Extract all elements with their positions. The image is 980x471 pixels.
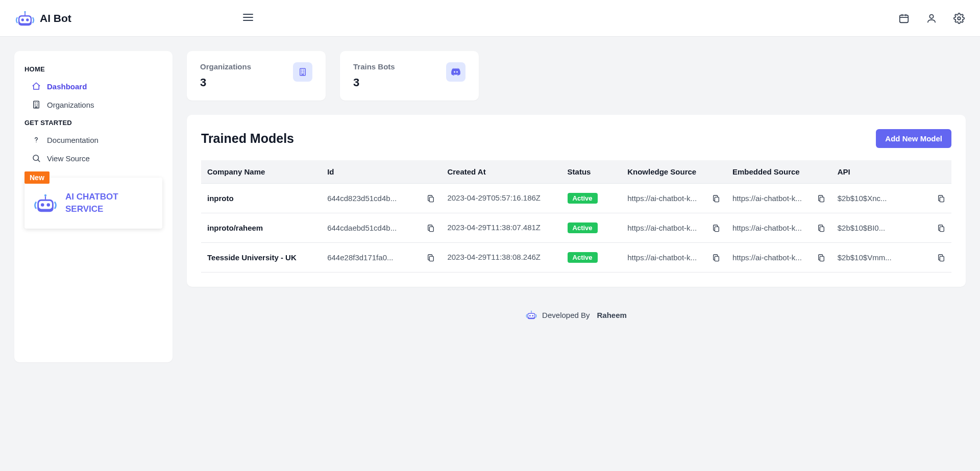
column-header: Created At bbox=[441, 160, 561, 184]
table-row: inproto 644cd823d51cd4b... 2023-04-29T05… bbox=[201, 184, 951, 213]
footer-text: Developed By bbox=[542, 311, 590, 319]
calendar-button[interactable] bbox=[898, 13, 910, 24]
svg-point-8 bbox=[929, 14, 933, 18]
column-header: API bbox=[831, 160, 951, 184]
building-icon bbox=[32, 100, 41, 109]
settings-button[interactable] bbox=[953, 13, 965, 24]
sidebar: HOMEDashboardOrganizationsGET STARTEDDoc… bbox=[14, 51, 173, 362]
sidebar-item-view-source[interactable]: View Source bbox=[14, 149, 173, 167]
status-badge: Active bbox=[568, 193, 598, 204]
cell-api: $2b$10$Vmm... bbox=[831, 243, 951, 272]
bot-icon bbox=[526, 309, 537, 320]
promo-card[interactable]: AI CHATBOT SERVICE bbox=[24, 178, 162, 229]
sidebar-item-label: Documentation bbox=[47, 136, 99, 144]
brand-logo[interactable]: AI Bot bbox=[15, 9, 71, 28]
copy-icon[interactable] bbox=[937, 194, 945, 203]
stat-value: 3 bbox=[353, 76, 395, 89]
column-header: Embedded Source bbox=[726, 160, 831, 184]
column-header: Knowledge Source bbox=[621, 160, 726, 184]
svg-rect-25 bbox=[820, 256, 824, 261]
copy-icon[interactable] bbox=[937, 224, 945, 232]
cell-id: 644e28f3d171fa0... bbox=[321, 243, 441, 272]
app-header: AI Bot bbox=[0, 0, 980, 37]
copy-icon[interactable] bbox=[712, 194, 720, 203]
status-badge: Active bbox=[568, 222, 598, 233]
cell-knowledge: https://ai-chatbot-k... bbox=[621, 184, 726, 213]
cell-status: Active bbox=[561, 243, 622, 272]
table-row: inproto/raheem 644cdaebd51cd4b... 2023-0… bbox=[201, 213, 951, 243]
copy-icon[interactable] bbox=[427, 194, 435, 203]
profile-button[interactable] bbox=[926, 13, 937, 24]
copy-icon[interactable] bbox=[817, 224, 825, 232]
user-icon bbox=[926, 13, 937, 24]
cell-created: 2023-04-29T11:38:08.246Z bbox=[441, 243, 561, 272]
cell-company: inproto bbox=[201, 184, 321, 213]
copy-icon[interactable] bbox=[427, 254, 435, 262]
table-row: Teesside University - UK 644e28f3d171fa0… bbox=[201, 243, 951, 272]
stat-label: Trains Bots bbox=[353, 62, 395, 71]
svg-rect-19 bbox=[430, 227, 434, 231]
models-table: Company NameIdCreated AtStatusKnowledge … bbox=[201, 160, 951, 272]
svg-rect-16 bbox=[715, 197, 719, 202]
cell-embedded: https://ai-chatbot-k... bbox=[726, 243, 831, 272]
new-badge: New bbox=[24, 171, 50, 184]
cell-created: 2023-04-29T11:38:07.481Z bbox=[441, 213, 561, 243]
calendar-icon bbox=[898, 13, 910, 24]
column-header: Company Name bbox=[201, 160, 321, 184]
cell-id: 644cd823d51cd4b... bbox=[321, 184, 441, 213]
cell-api: $2b$10$BI0... bbox=[831, 213, 951, 243]
bot-icon bbox=[15, 9, 35, 28]
svg-rect-20 bbox=[715, 227, 719, 231]
svg-rect-15 bbox=[430, 197, 434, 202]
svg-rect-17 bbox=[820, 197, 824, 202]
copy-icon[interactable] bbox=[937, 254, 945, 262]
building-icon bbox=[293, 62, 312, 82]
copy-icon[interactable] bbox=[712, 254, 720, 262]
trained-models-card: Trained Models Add New Model Company Nam… bbox=[187, 115, 966, 287]
copy-icon[interactable] bbox=[817, 254, 825, 262]
svg-rect-23 bbox=[430, 256, 434, 261]
hamburger-icon bbox=[242, 11, 254, 23]
brand-name: AI Bot bbox=[40, 12, 71, 24]
svg-rect-22 bbox=[940, 227, 944, 231]
bot-icon bbox=[34, 191, 57, 215]
cell-status: Active bbox=[561, 184, 622, 213]
add-new-model-button[interactable]: Add New Model bbox=[876, 129, 951, 148]
sidebar-section-title: GET STARTED bbox=[14, 114, 173, 131]
sidebar-section-title: HOME bbox=[14, 60, 173, 77]
cell-embedded: https://ai-chatbot-k... bbox=[726, 213, 831, 243]
footer-author: Raheem bbox=[597, 311, 627, 319]
svg-rect-21 bbox=[820, 227, 824, 231]
footer: Developed By Raheem bbox=[187, 301, 966, 329]
gear-icon bbox=[953, 13, 965, 24]
home-icon bbox=[32, 82, 41, 91]
stat-label: Organizations bbox=[200, 62, 251, 71]
search-icon bbox=[32, 154, 41, 163]
question-icon bbox=[32, 135, 41, 144]
column-header: Status bbox=[561, 160, 622, 184]
copy-icon[interactable] bbox=[817, 194, 825, 203]
sidebar-item-dashboard[interactable]: Dashboard bbox=[14, 77, 173, 95]
svg-point-12 bbox=[36, 141, 37, 142]
sidebar-item-documentation[interactable]: Documentation bbox=[14, 131, 173, 149]
table-title: Trained Models bbox=[201, 131, 294, 146]
svg-rect-24 bbox=[715, 256, 719, 261]
sidebar-item-organizations[interactable]: Organizations bbox=[14, 95, 173, 114]
copy-icon[interactable] bbox=[427, 224, 435, 232]
copy-icon[interactable] bbox=[712, 224, 720, 232]
svg-rect-7 bbox=[900, 15, 909, 22]
column-header: Id bbox=[321, 160, 441, 184]
stat-card-trains-bots: Trains Bots 3 bbox=[340, 51, 479, 101]
sidebar-item-label: View Source bbox=[47, 154, 90, 163]
promo-title: AI CHATBOT SERVICE bbox=[65, 191, 153, 215]
cell-company: Teesside University - UK bbox=[201, 243, 321, 272]
menu-toggle-button[interactable] bbox=[242, 11, 254, 26]
svg-rect-26 bbox=[940, 256, 944, 261]
cell-created: 2023-04-29T05:57:16.186Z bbox=[441, 184, 561, 213]
cell-embedded: https://ai-chatbot-k... bbox=[726, 184, 831, 213]
discord-icon bbox=[446, 62, 465, 82]
stat-value: 3 bbox=[200, 76, 251, 89]
cell-api: $2b$10$Xnc... bbox=[831, 184, 951, 213]
sidebar-item-label: Organizations bbox=[47, 101, 94, 109]
status-badge: Active bbox=[568, 252, 598, 263]
